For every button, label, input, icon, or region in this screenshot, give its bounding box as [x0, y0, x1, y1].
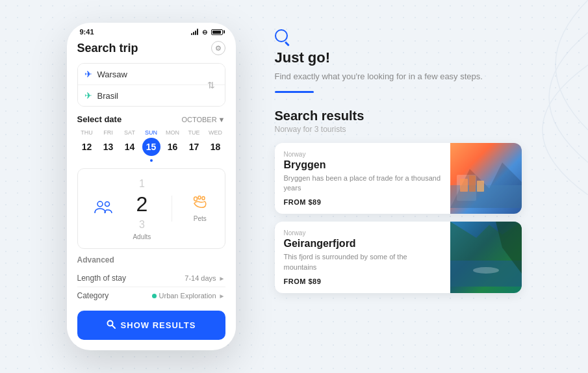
- svg-point-4: [202, 196, 205, 199]
- svg-rect-13: [450, 261, 522, 287]
- result-price-2: FROM $89: [284, 277, 441, 285]
- wifi-icon: ⊖: [202, 29, 207, 36]
- category-chevron: ►: [219, 292, 225, 300]
- phone-content: Search trip ⚙ ✈ Warsaw ✈ Brasil ⇅ Select…: [67, 38, 236, 350]
- scroll-above: 1: [139, 177, 145, 191]
- destination-input[interactable]: Brasil: [97, 91, 218, 101]
- result-info-bryggen: Norway Bryggen Bryggen has been a place …: [275, 143, 450, 214]
- arrive-icon: ✈: [84, 90, 92, 101]
- battery-icon: [211, 29, 223, 35]
- category-value: Urban Exploration ►: [152, 292, 225, 300]
- origin-input[interactable]: Warsaw: [97, 70, 218, 79]
- pets-label: Pets: [194, 215, 207, 222]
- cal-day-thu[interactable]: THU 12: [77, 129, 97, 162]
- clock: 9:41: [80, 28, 94, 36]
- right-panel: Just go! Find exactly what you're lookin…: [275, 23, 522, 301]
- adults-icon: [94, 200, 112, 218]
- pets-group: Pets: [192, 196, 208, 222]
- status-bar: 9:41 ⊖: [67, 23, 236, 38]
- result-price-1: FROM $89: [284, 198, 441, 206]
- date-label: Select date: [77, 114, 122, 124]
- result-name-2: Geirangerfjord: [284, 238, 441, 250]
- passenger-divider: [172, 196, 172, 222]
- search-trip-title: Search trip: [77, 42, 138, 55]
- pets-icon: [192, 196, 208, 211]
- length-of-stay-row[interactable]: Length of stay 7-14 days ►: [77, 270, 225, 287]
- svg-rect-9: [460, 179, 468, 192]
- just-go-section: Just go! Find exactly what you're lookin…: [275, 29, 522, 93]
- category-dot: [152, 294, 157, 298]
- category-label: Category: [77, 291, 109, 300]
- cal-day-fri[interactable]: FRI 13: [99, 129, 118, 162]
- result-desc-1: Bryggen has been a place of trade for a …: [284, 174, 441, 194]
- month-chevron: ▼: [218, 116, 225, 123]
- destination-row[interactable]: ✈ Brasil: [78, 85, 225, 106]
- calendar-days: THU 12 FRI 13 SAT 14 SUN 15 MON: [77, 129, 225, 162]
- search-button-icon: [107, 320, 116, 331]
- svg-rect-10: [469, 175, 476, 192]
- length-of-stay-label: Length of stay: [77, 274, 126, 283]
- advanced-label: Advanced: [77, 255, 225, 264]
- status-icons: ⊖: [191, 29, 223, 36]
- selected-dot: [150, 159, 153, 162]
- adults-label: Adults: [133, 233, 151, 240]
- show-results-label: SHOW RESULTS: [121, 320, 196, 330]
- svg-point-0: [97, 201, 103, 207]
- origin-row[interactable]: ✈ Warsaw: [78, 64, 225, 85]
- advanced-section: Advanced Length of stay 7-14 days ► Cate…: [77, 255, 225, 304]
- svg-marker-7: [450, 162, 522, 208]
- swap-icon[interactable]: ⇅: [204, 72, 218, 98]
- result-info-geirangerfjord: Norway Geirangerfjord This fjord is surr…: [275, 222, 450, 293]
- search-results-title: Search results: [275, 109, 522, 123]
- phone-mockup: 9:41 ⊖ Search trip ⚙ ✈ Warsaw: [67, 23, 236, 350]
- route-inputs: ✈ Warsaw ✈ Brasil ⇅: [77, 63, 225, 107]
- search-results-section: Search results Norway for 3 tourists Nor…: [275, 109, 522, 294]
- svg-point-2: [194, 197, 197, 201]
- length-of-stay-value: 7-14 days ►: [185, 274, 225, 282]
- passengers-section: 1 2 3 Adults Pets: [77, 168, 225, 249]
- cal-day-sat[interactable]: SAT 14: [120, 129, 140, 162]
- result-country-1: Norway: [284, 151, 441, 158]
- result-image-geirangerfjord: [450, 222, 522, 293]
- just-go-search-icon: [275, 29, 522, 45]
- month-selector[interactable]: OCTOBER ▼: [181, 116, 225, 123]
- depart-icon: ✈: [84, 69, 92, 79]
- cal-day-wed[interactable]: WED 18: [206, 129, 225, 162]
- adults-group: [94, 200, 112, 218]
- settings-icon[interactable]: ⚙: [211, 41, 225, 55]
- scroll-below: 3: [139, 218, 145, 232]
- svg-point-3: [198, 196, 201, 199]
- svg-line-6: [112, 326, 115, 329]
- result-name-1: Bryggen: [284, 159, 441, 171]
- svg-rect-11: [477, 181, 484, 192]
- cal-day-mon[interactable]: MON 16: [163, 129, 183, 162]
- results-subtitle: Norway for 3 tourists: [275, 125, 522, 134]
- result-card-bryggen[interactable]: Norway Bryggen Bryggen has been a place …: [275, 143, 522, 214]
- search-trip-header: Search trip ⚙: [77, 41, 225, 55]
- blue-underline: [275, 91, 314, 93]
- category-row[interactable]: Category Urban Exploration ►: [77, 287, 225, 304]
- main-container: 9:41 ⊖ Search trip ⚙ ✈ Warsaw: [54, 10, 535, 363]
- signal-icon: [191, 29, 198, 35]
- result-desc-2: This fjord is surrounded by some of the …: [284, 252, 441, 272]
- just-go-description: Find exactly what you're looking for in …: [275, 70, 522, 83]
- svg-rect-8: [450, 185, 522, 208]
- show-results-button[interactable]: SHOW RESULTS: [77, 311, 225, 340]
- result-image-bryggen: [450, 143, 522, 214]
- svg-point-1: [105, 201, 110, 206]
- adults-count: 2: [136, 191, 147, 218]
- svg-point-14: [473, 267, 499, 274]
- cal-day-sun[interactable]: SUN 15: [142, 129, 161, 162]
- month-label: OCTOBER: [181, 116, 216, 123]
- length-chevron: ►: [219, 275, 225, 282]
- cal-day-tue[interactable]: TUE 17: [185, 129, 204, 162]
- date-header: Select date OCTOBER ▼: [77, 114, 225, 124]
- result-card-geirangerfjord[interactable]: Norway Geirangerfjord This fjord is surr…: [275, 222, 522, 293]
- just-go-title: Just go!: [275, 49, 522, 66]
- result-country-2: Norway: [284, 229, 441, 237]
